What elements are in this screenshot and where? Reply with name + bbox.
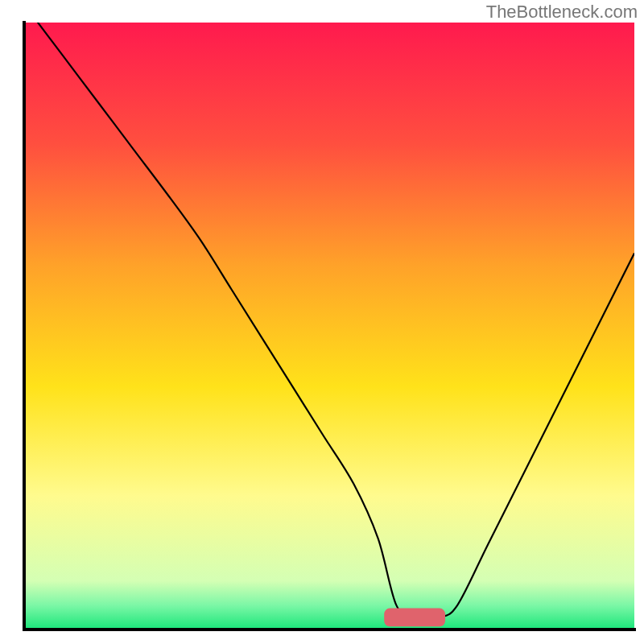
bottleneck-chart: TheBottleneck.com <box>0 0 644 644</box>
optimum-marker <box>384 609 445 627</box>
chart-svg <box>0 0 644 644</box>
gradient-background <box>24 23 634 630</box>
watermark-text: TheBottleneck.com <box>486 2 638 23</box>
